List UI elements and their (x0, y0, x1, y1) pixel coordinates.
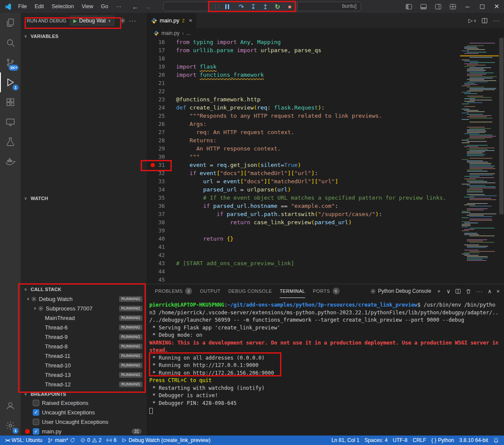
more-actions-icon[interactable]: ··· (129, 17, 136, 24)
forward-arrow-icon[interactable]: → (145, 3, 151, 10)
checkbox[interactable]: ✓ (33, 428, 39, 435)
maximize-panel-icon[interactable]: ∧ (488, 288, 492, 295)
activity-search[interactable] (0, 33, 21, 53)
gutter[interactable]: 42 (147, 251, 176, 259)
activity-accounts[interactable] (0, 396, 21, 416)
code-text[interactable]: """ (176, 153, 200, 161)
call-stack-row[interactable]: Thread-6RUNNING (21, 323, 147, 332)
launch-settings-gear-icon[interactable] (120, 18, 126, 24)
step-over-icon[interactable]: ↷ (237, 2, 245, 12)
activity-testing[interactable] (0, 132, 21, 152)
gutter[interactable]: 27 (147, 128, 176, 136)
eol-indicator[interactable]: CRLF (410, 436, 428, 445)
panel-more-actions-icon[interactable]: ··· (476, 288, 483, 295)
drag-handle-icon[interactable]: ⋮⋮ (213, 4, 220, 9)
toggle-secondary-sidebar-icon[interactable] (431, 0, 445, 13)
kill-terminal-icon[interactable] (466, 288, 471, 294)
close-icon[interactable]: ✕ (489, 0, 504, 13)
gutter[interactable]: 31 (147, 161, 176, 169)
chevron-down-icon[interactable]: ∨ (32, 306, 38, 310)
breakpoint-row[interactable]: User Uncaught Exceptions (21, 417, 147, 426)
gutter[interactable]: 32 (147, 169, 176, 177)
gutter[interactable]: 35 (147, 194, 176, 202)
code-text[interactable]: return {} (176, 235, 233, 243)
terminal-output[interactable]: pierrick@LAPTOP-HKU5PNNG:~/git/add-ons-s… (149, 301, 498, 436)
close-panel-icon[interactable]: × (496, 288, 500, 295)
call-stack-row[interactable]: Thread-9RUNNING (21, 332, 147, 342)
breadcrumb-file[interactable]: main.py (161, 30, 180, 36)
toggle-panel-icon[interactable] (416, 0, 431, 13)
gutter[interactable]: 28 (147, 136, 176, 144)
activity-docker[interactable] (0, 152, 21, 172)
gutter[interactable]: 16 (147, 38, 176, 46)
activity-run-and-debug[interactable]: 1 (0, 72, 21, 92)
tab-main-py[interactable]: main.py 2 × (147, 13, 196, 28)
code-text[interactable]: # [START add_ons_case_preview_link] (176, 259, 294, 267)
code-text[interactable]: Args: (176, 120, 206, 128)
activity-settings[interactable]: 1 (0, 416, 21, 436)
command-center[interactable]: buntu] ⋮⋮ ↷ ↧ ↥ ↻ ■ (163, 2, 361, 11)
breadcrumb[interactable]: main.py › ... (147, 28, 504, 38)
code-text[interactable]: return case_link_preview(parsed_url) (176, 218, 352, 226)
gutter[interactable]: 24 (147, 103, 176, 112)
breakpoint-dot[interactable] (151, 163, 155, 167)
menu-item-selection[interactable]: Selection (48, 0, 78, 13)
gutter[interactable]: 40 (147, 235, 176, 243)
toggle-sidebar-icon[interactable] (401, 0, 416, 13)
start-debug-icon[interactable]: ▶ (73, 18, 77, 24)
debug-config-dropdown[interactable]: ▶ Debug Wat ∨ (70, 16, 114, 26)
menu-item-edit[interactable]: Edit (31, 0, 48, 13)
panel-tab-output[interactable]: OUTPUT (200, 285, 220, 298)
code-text[interactable]: req: An HTTP request context. (176, 128, 294, 136)
activity-extensions[interactable] (0, 92, 21, 112)
code-text[interactable]: from typing import Any, Mapping (176, 38, 281, 46)
notifications-bell[interactable] (491, 436, 501, 445)
code-text[interactable]: if parsed_url.hostname == "example.com": (176, 202, 338, 210)
gutter[interactable]: 17 (147, 46, 176, 54)
gutter[interactable]: 39 (147, 226, 176, 235)
code-text[interactable]: import flask (176, 63, 217, 71)
python-interpreter[interactable]: 3.8.10 64-bit (457, 436, 491, 445)
gutter[interactable]: 19 (147, 63, 176, 71)
code-text[interactable]: @functions_framework.http (176, 95, 261, 103)
step-into-icon[interactable]: ↧ (249, 2, 257, 12)
code-text[interactable]: An HTTP response context. (176, 144, 281, 153)
gutter[interactable]: 41 (147, 243, 176, 251)
gutter[interactable]: 23 (147, 95, 176, 103)
new-terminal-icon[interactable]: ＋ (436, 287, 441, 295)
activity-remote-explorer[interactable] (0, 112, 21, 132)
terminal-session-picker[interactable]: Python Debug Console (370, 288, 431, 294)
gutter[interactable]: 36 (147, 202, 176, 210)
tab-close-icon[interactable]: × (189, 17, 192, 24)
gutter[interactable]: 37 (147, 210, 176, 218)
editor-scrollbar[interactable] (499, 38, 504, 214)
checkbox[interactable] (33, 400, 39, 406)
terminal-dropdown-icon[interactable]: ∨ (446, 288, 450, 295)
code-text[interactable]: event = req.get_json(silent=True) (176, 161, 301, 169)
section-variables[interactable]: ∨ VARIABLES (21, 31, 147, 41)
code-text[interactable]: # If the event object URL matches a spec… (176, 194, 446, 202)
code-text[interactable]: def create_link_preview(req: flask.Reque… (176, 103, 324, 112)
split-editor-icon[interactable] (482, 18, 488, 24)
debug-session-indicator[interactable]: Debug Watch (create_link_preview) (119, 436, 213, 445)
panel-tab-debug-console[interactable]: DEBUG CONSOLE (228, 285, 272, 298)
step-out-icon[interactable]: ↥ (261, 2, 269, 12)
call-stack-row[interactable]: Thread-11RUNNING (21, 351, 147, 360)
call-stack-row[interactable]: Thread-12RUNNING (21, 379, 147, 389)
code-text[interactable]: if parsed_url.path.startswith("/support/… (176, 210, 382, 218)
code-editor[interactable]: 16from typing import Any, Mapping17from … (147, 38, 504, 284)
code-text[interactable]: Returns: (176, 136, 217, 144)
gutter[interactable]: 34 (147, 185, 176, 194)
split-terminal-icon[interactable] (455, 288, 461, 294)
menu-item-more[interactable]: ··· (112, 0, 126, 13)
gutter[interactable]: 38 (147, 218, 176, 226)
pause-icon[interactable] (225, 2, 233, 12)
minimap[interactable] (460, 39, 499, 284)
gutter[interactable]: 33 (147, 177, 176, 185)
section-breakpoints[interactable]: ∨ BREAKPOINTS (21, 390, 147, 398)
code-text[interactable]: """Responds to any HTTP request related … (176, 112, 382, 120)
call-stack-row[interactable]: MainThreadRUNNING (21, 313, 147, 323)
remote-indicator[interactable]: >< WSL: Ubuntu (3, 436, 45, 445)
breakpoint-row[interactable]: ✓main.py31 (21, 426, 147, 436)
checkbox[interactable]: ✓ (33, 409, 39, 416)
